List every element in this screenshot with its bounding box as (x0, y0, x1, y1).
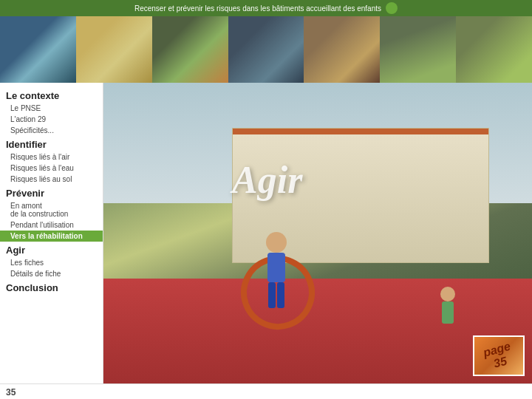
child-torso (267, 253, 285, 282)
sidebar-item-action29[interactable]: L'action 29 (0, 114, 103, 125)
child-leg-right (277, 282, 284, 308)
section-agir: Agir (0, 242, 103, 257)
thumbnail-image: page35 (473, 335, 525, 376)
content-area: Agir page35 (103, 83, 532, 383)
sidebar-item-amont[interactable]: En amontde la construction (0, 200, 103, 219)
child-legs (266, 282, 287, 308)
section-prevenir: Prévenir (0, 185, 103, 200)
photo-1 (0, 16, 76, 83)
sidebar-item-eau[interactable]: Risques liés à l'eau (0, 163, 103, 174)
sidebar-item-air[interactable]: Risques liés à l'air (0, 151, 103, 163)
photo-strip (0, 16, 532, 83)
child-main (266, 232, 287, 308)
header-icon (386, 2, 398, 14)
section-conclusion: Conclusion (0, 279, 103, 295)
child-secondary (440, 287, 455, 324)
child2-torso (442, 301, 454, 324)
child-leg-left (268, 282, 276, 308)
photo-6 (380, 16, 456, 83)
thumbnail-text: page35 (482, 340, 515, 372)
sidebar-item-rehabilitation[interactable]: Vers la réhabilitation (0, 231, 103, 242)
footer: 35 (0, 383, 532, 399)
scene-ground (103, 279, 532, 383)
header-title: Recenser et prévenir les risques dans le… (134, 4, 381, 13)
sidebar-item-sol[interactable]: Risques liés au sol (0, 174, 103, 185)
section-contexte: Le contexte (0, 87, 103, 103)
sidebar-item-fiches[interactable]: Les fiches (0, 257, 103, 268)
photo-4 (228, 16, 304, 83)
page-number: 35 (6, 387, 16, 398)
main-area: Le contexte Le PNSE L'action 29 Spécific… (0, 83, 532, 383)
photo-2 (76, 16, 152, 83)
sidebar: Le contexte Le PNSE L'action 29 Spécific… (0, 83, 103, 383)
child-head (266, 232, 287, 253)
photo-7 (456, 16, 532, 83)
photo-3 (152, 16, 228, 83)
photo-5 (304, 16, 380, 83)
child2-head (440, 287, 455, 301)
section-identifier: Identifier (0, 136, 103, 151)
sidebar-item-utilisation[interactable]: Pendant l'utilisation (0, 219, 103, 231)
sidebar-item-specificites[interactable]: Spécificités... (0, 125, 103, 136)
main-image: Agir page35 (103, 83, 532, 383)
sidebar-item-pnse[interactable]: Le PNSE (0, 103, 103, 114)
sidebar-item-details[interactable]: Détails de fiche (0, 268, 103, 279)
header: Recenser et prévenir les risques dans le… (0, 0, 532, 16)
